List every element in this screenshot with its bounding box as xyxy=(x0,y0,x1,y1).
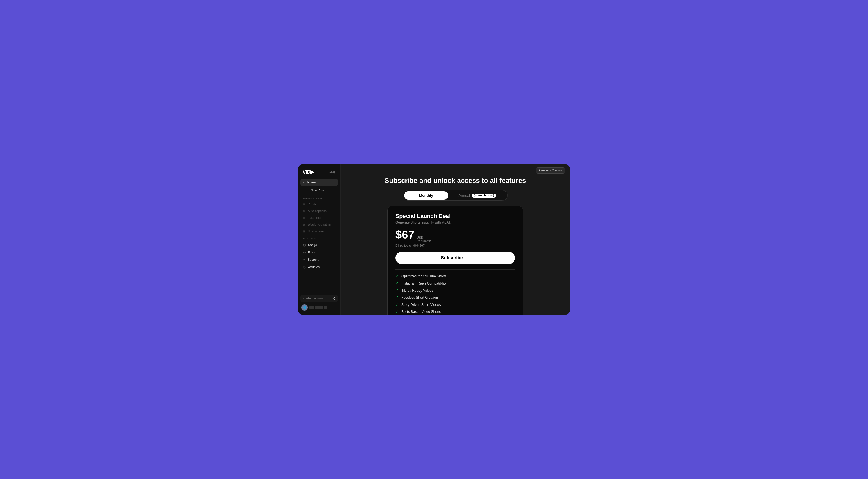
billing-label: Billing xyxy=(308,250,316,254)
feature-item-5: ✓ Facts-Based Video Shorts xyxy=(396,309,515,314)
support-label: Support xyxy=(308,258,319,261)
app-logo: VID▶ xyxy=(303,169,314,175)
plan-deal-title: Special Launch Deal xyxy=(396,213,515,219)
feature-item-0: ✓ Optimized for YouTube Shorts xyxy=(396,274,515,278)
feature-item-1: ✓ Instagram Reels Compatibility xyxy=(396,281,515,286)
price-currency: USD xyxy=(417,236,431,239)
user-extra-block xyxy=(324,306,327,309)
feature-item-3: ✓ Faceless Short Creation xyxy=(396,295,515,300)
price-amount: $67 xyxy=(396,229,414,241)
fake-texts-label: Fake texts xyxy=(308,216,322,219)
collapse-button[interactable]: ◀◀ xyxy=(328,170,336,175)
would-you-rather-icon: ⊞ xyxy=(303,223,305,226)
price-period: Per Month xyxy=(417,239,431,243)
sidebar-item-reddit: ⊞ Reddit xyxy=(300,201,338,207)
support-icon: ✉ xyxy=(303,258,305,261)
feature-item-4: ✓ Story-Driven Short Videos xyxy=(396,302,515,307)
feature-label-0: Optimized for YouTube Shorts xyxy=(401,274,447,278)
monthly-toggle-button[interactable]: Monthly xyxy=(404,191,448,200)
usage-label: Usage xyxy=(308,243,317,247)
subscription-page: Subscribe and unlock access to all featu… xyxy=(341,177,570,315)
user-info-placeholder xyxy=(309,306,327,309)
new-project-label: + New Project xyxy=(308,188,328,192)
price-meta: USD Per Month xyxy=(417,236,431,243)
features-list: ✓ Optimized for YouTube Shorts ✓ Instagr… xyxy=(396,274,515,315)
billing-toggle: Monthly Annual (~2 Months Free) xyxy=(403,190,508,201)
billed-final-price: $67 xyxy=(419,244,424,247)
feature-item-2: ✓ TikTok-Ready Videos xyxy=(396,288,515,293)
avatar: 🌐 xyxy=(302,304,308,311)
feature-label-5: Facts-Based Video Shorts xyxy=(401,310,441,314)
check-icon-3: ✓ xyxy=(396,295,399,300)
feature-label-2: TikTok-Ready Videos xyxy=(401,289,433,293)
affiliates-icon: ◎ xyxy=(303,266,306,269)
auto-captions-icon: ⊞ xyxy=(303,209,305,213)
subscribe-arrow: → xyxy=(465,256,470,261)
user-name-block xyxy=(309,306,314,309)
billed-original: $97 xyxy=(413,244,418,247)
subscribe-button[interactable]: Subscribe → xyxy=(396,252,515,264)
subscribe-label: Subscribe xyxy=(441,256,463,261)
main-content-area: Create (5 Credits) Subscribe and unlock … xyxy=(341,164,570,315)
feature-label-1: Instagram Reels Compatibility xyxy=(401,281,446,286)
plus-icon: ＋ xyxy=(303,188,306,192)
auto-captions-label: Auto captions xyxy=(308,209,327,213)
fake-texts-icon: ⊞ xyxy=(303,216,305,219)
affiliates-label: Affiliates xyxy=(308,265,319,269)
credits-remaining-label: Credits Remaining xyxy=(303,297,324,300)
split-screen-label: Split screen xyxy=(308,230,324,233)
sidebar-item-split-screen: ⊞ Split screen xyxy=(300,228,338,235)
usage-icon: ▢ xyxy=(303,243,306,247)
sidebar-item-auto-captions: ⊞ Auto captions xyxy=(300,207,338,214)
credits-remaining-bar: Credits Remaining 0 xyxy=(300,295,338,302)
would-you-rather-label: Would you rather xyxy=(308,223,332,226)
billing-icon: ▭ xyxy=(303,251,306,254)
create-credits-button[interactable]: Create (5 Credits) xyxy=(536,167,565,174)
coming-soon-label: COMING SOON xyxy=(300,194,338,201)
price-row: $67 USD Per Month xyxy=(396,229,515,243)
sidebar-home-label: Home xyxy=(307,181,316,184)
settings-section-label: SETTINGS xyxy=(300,235,338,241)
sidebar-item-billing[interactable]: ▭ Billing xyxy=(300,248,338,256)
annual-free-badge: (~2 Months Free) xyxy=(472,193,496,198)
split-screen-icon: ⊞ xyxy=(303,230,305,233)
check-icon-1: ✓ xyxy=(396,281,399,286)
sidebar-item-would-you-rather: ⊞ Would you rather xyxy=(300,221,338,228)
user-detail-block xyxy=(315,306,323,309)
sidebar-item-fake-texts: ⊞ Fake texts xyxy=(300,214,338,221)
plan-deal-subtitle: Generate Shorts instantly with VidAI. xyxy=(396,220,515,224)
check-icon-4: ✓ xyxy=(396,302,399,307)
user-profile-row: 🌐 xyxy=(300,302,338,311)
new-project-button[interactable]: ＋ + New Project xyxy=(300,186,338,194)
annual-toggle-button[interactable]: Annual (~2 Months Free) xyxy=(448,191,506,200)
check-icon-5: ✓ xyxy=(396,309,399,314)
annual-label: Annual xyxy=(459,193,470,198)
feature-label-4: Story-Driven Short Videos xyxy=(401,303,441,307)
sidebar-logo: VID▶ ◀◀ xyxy=(300,168,338,179)
reddit-label: Reddit xyxy=(308,202,317,206)
feature-label-3: Faceless Short Creation xyxy=(401,296,438,300)
sidebar-item-usage[interactable]: ▢ Usage xyxy=(300,241,338,248)
app-window: VID▶ ◀◀ ⌂ Home ＋ + New Project COMING SO… xyxy=(298,164,570,315)
sidebar-item-home[interactable]: ⌂ Home xyxy=(300,179,338,186)
check-icon-2: ✓ xyxy=(396,288,399,293)
billed-today: Billed today: $97 $67 xyxy=(396,244,515,247)
sidebar: VID▶ ◀◀ ⌂ Home ＋ + New Project COMING SO… xyxy=(298,164,341,315)
top-bar: Create (5 Credits) xyxy=(341,164,570,177)
reddit-icon: ⊞ xyxy=(303,203,305,206)
home-icon: ⌂ xyxy=(303,181,305,184)
sidebar-item-support[interactable]: ✉ Support xyxy=(300,256,338,263)
card-divider xyxy=(396,269,515,270)
page-title: Subscribe and unlock access to all featu… xyxy=(385,177,526,184)
billed-prefix: Billed today: xyxy=(396,244,412,247)
check-icon-0: ✓ xyxy=(396,274,399,278)
plan-card: Special Launch Deal Generate Shorts inst… xyxy=(387,206,523,315)
sidebar-item-affiliates[interactable]: ◎ Affiliates xyxy=(300,263,338,271)
credits-remaining-count: 0 xyxy=(334,297,335,300)
